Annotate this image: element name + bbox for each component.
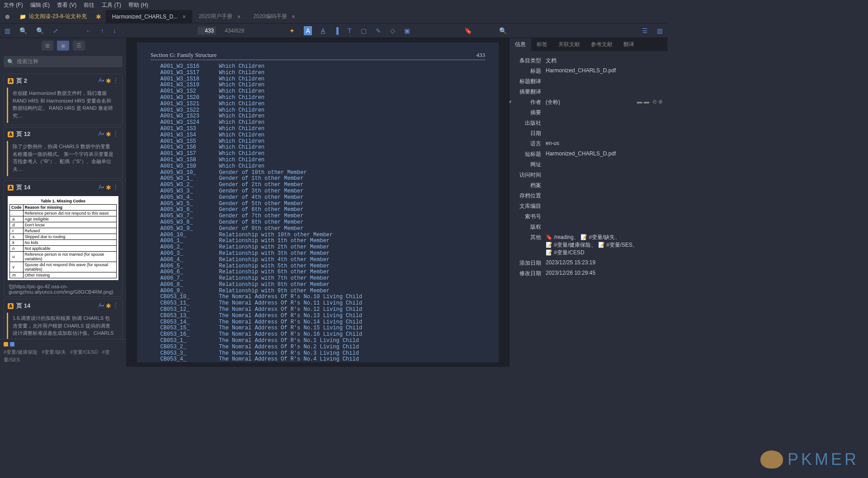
up-icon[interactable]: ↑ [101,27,104,34]
hex-icon[interactable]: ✱ [106,77,111,84]
bookmark-icon[interactable]: 🔖 [464,27,472,34]
meta-value[interactable] [546,130,663,137]
color-icon[interactable]: A▪ [99,77,104,84]
meta-value[interactable]: 文档 [546,57,663,65]
underline-icon[interactable]: A [321,27,325,34]
menu-item[interactable]: 编辑 (E) [30,1,50,9]
fit-icon[interactable]: ⤢ [53,27,58,34]
annotations-icon[interactable]: ▣ [57,41,69,51]
folder-icon: 📁 [19,14,26,20]
meta-value[interactable] [546,109,663,117]
menu-item[interactable]: 文件 (F) [4,1,23,9]
meta-value[interactable] [546,223,663,231]
magic-icon[interactable]: ✦ [289,27,295,34]
document-tab[interactable]: 2020编码手册× [247,10,302,23]
hex-icon[interactable]: ✱ [106,184,111,191]
meta-value[interactable]: en-us [546,140,663,148]
color-dot[interactable] [4,342,8,347]
hex-icon[interactable]: ✱ [106,302,111,309]
meta-value[interactable]: 🔖 /reading、 📝 #变量/缺失、 📝 #变量/健康保险、 📝 #变量/… [546,234,663,257]
document-tab[interactable]: 2020用户手册× [192,10,247,23]
folder-crumb[interactable]: 📁 论文阅读-23-8-论文补充 [15,13,91,20]
meta-row: ▾作者(全称)▬ ▬ ⊖ ⊕ [514,97,663,108]
more-icon[interactable]: ⋮ [113,77,118,84]
code-line: A006_9_ Relationship with 9th other Memb… [151,288,485,295]
menu-item[interactable]: 工具 (T) [102,1,121,9]
meta-value[interactable] [546,119,663,127]
document-tab[interactable]: Harmonized_CHARLS_D...× [106,10,193,23]
more-icon[interactable]: ⋮ [113,302,118,309]
sidebar-toggle-icon[interactable]: ▥ [5,27,10,34]
tag[interactable]: 📝 #变量/CESD [546,249,585,257]
meta-value[interactable] [546,192,663,200]
annotation-item[interactable]: A页 12A▪✱⋮ 除了少数例外，协调 CHARLS 数据中的变量名称遵循一致的… [4,127,123,178]
note-icon[interactable]: ▐ [334,27,339,34]
annotation-item[interactable]: A页 14A▪✱⋮ 1.6.调查设计的加权和核算 协调 CHARLS 包含变量，… [4,299,123,339]
search-annotations[interactable]: 🔍 搜索注释 [4,56,123,67]
stack-icon[interactable]: ▣ [404,27,410,34]
back-icon[interactable]: ← [85,27,92,34]
highlight-icon[interactable]: A [304,26,311,35]
meta-tab[interactable]: 关联文献 [553,38,585,51]
annotation-item[interactable]: A页 2A▪✱⋮ 在创建 Harmonized 数据文件时，我们遵循 RAND … [4,74,123,125]
chevron-down-icon[interactable]: ▾ [509,98,511,105]
highlight-badge: A [8,303,14,309]
code-line: CB053_12_ The Nomral Address Of R's No.1… [151,307,485,313]
color-icon[interactable]: A▪ [99,184,104,191]
down-icon[interactable]: ↓ [113,27,116,34]
tag[interactable]: 🔖 /reading [546,234,574,240]
eraser-icon[interactable]: ◇ [390,27,395,34]
tag[interactable]: 📝 #变量/缺失 [580,234,615,241]
menu-item[interactable]: 前往 [84,1,94,9]
pdf-viewer: Section G: Family Structure 433 A001_W3_… [127,38,509,367]
page-input[interactable] [198,27,216,35]
menu-item[interactable]: 查看 (V) [57,1,76,9]
tag[interactable]: #变量/健康保险 [4,349,38,355]
meta-value[interactable] [546,213,663,220]
meta-tab[interactable]: 信息 [509,38,531,51]
meta-value[interactable] [546,171,663,179]
close-icon[interactable]: × [182,13,186,20]
box-icon[interactable]: ▢ [361,27,367,34]
menu-item[interactable]: 帮助 (H) [128,1,148,9]
meta-value[interactable]: (全称)▬ ▬ ⊖ ⊕ [546,98,663,106]
code-line: A001_W3_1S20 Which Children [151,95,485,101]
thumbnails-icon[interactable]: ⊞ [42,41,53,51]
tag[interactable]: 📝 #变量/健康保险 [546,241,591,249]
meta-value[interactable] [546,78,663,85]
meta-value[interactable] [546,88,663,96]
meta-value[interactable]: 2023/12/26 10:29:45 [546,270,663,277]
tag[interactable]: #变量/缺失 [42,349,66,355]
close-icon[interactable]: × [292,13,295,20]
color-icon[interactable]: A▪ [99,131,104,138]
zoom-out-icon[interactable]: 🔍 [19,27,27,34]
meta-value[interactable] [546,202,663,210]
hex-icon[interactable]: ✱ [106,131,111,138]
close-icon[interactable]: × [237,13,241,20]
pen-icon[interactable]: ✎ [376,27,381,34]
meta-value[interactable]: Harmonized_CHARLS_D.pdf [546,150,663,158]
text-icon[interactable]: T [348,27,352,34]
more-icon[interactable]: ⋮ [113,131,118,138]
color-icon[interactable]: A▪ [99,302,104,309]
more-icon[interactable]: ⋮ [113,184,118,191]
meta-value[interactable]: 2023/12/25 15:23:19 [546,259,663,267]
list-icon[interactable]: ☰ [642,27,648,34]
meta-tab[interactable]: 参考文献 [585,38,618,51]
meta-value[interactable] [546,161,663,169]
tag[interactable]: 📝 #变量/SES [598,241,632,249]
meta-tab[interactable]: 翻译 [618,38,640,51]
note-body: 1.6.调查设计的加权和核算 协调 CHARLS 包含变量，允许用户根据 CHA… [7,313,119,339]
outline-icon[interactable]: ☰ [73,41,85,51]
meta-value[interactable] [546,182,663,189]
annotation-item[interactable]: A页 14A▪✱⋮ Table 1. Missing CodesCodeReas… [4,180,123,297]
meta-row: 访问时间 [514,170,663,180]
meta-value[interactable]: Harmonized_CHARLS_D.pdf [546,67,663,75]
color-dot[interactable] [10,342,14,347]
panel-icon[interactable]: ▥ [657,27,663,34]
meta-tab[interactable]: 标签 [531,38,553,51]
hex-icon[interactable]: ✱ [96,13,101,20]
zoom-in-icon[interactable]: 🔍 [36,27,44,34]
search-icon[interactable]: 🔍 [499,27,507,34]
tag[interactable]: #变量/CESD [70,349,98,355]
